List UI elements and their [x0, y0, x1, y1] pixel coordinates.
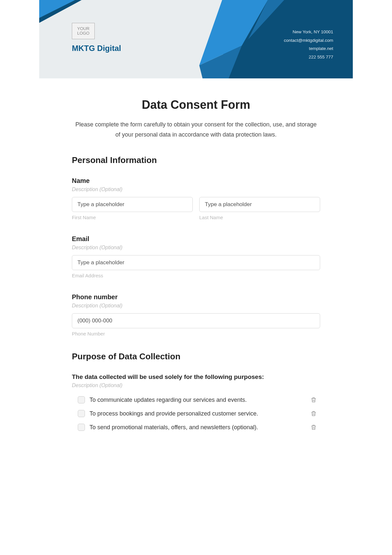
email-desc: Description (Optional): [72, 245, 320, 251]
purpose-checkbox-2[interactable]: [78, 424, 85, 431]
letterhead-header: YOUR LOGO MKTG Digital New York, NY 1000…: [39, 0, 353, 78]
phone-label: Phone number: [72, 293, 320, 301]
form-content: Data Consent Form Please complete the fo…: [39, 78, 353, 434]
logo-placeholder-text: YOUR LOGO: [72, 26, 94, 36]
form-page: YOUR LOGO MKTG Digital New York, NY 1000…: [39, 0, 353, 434]
contact-site: template.net: [284, 44, 333, 53]
trash-icon[interactable]: [310, 410, 317, 417]
name-desc: Description (Optional): [72, 187, 320, 192]
email-input[interactable]: [72, 255, 320, 270]
field-name: Name Description (Optional) First Name L…: [72, 177, 320, 220]
form-intro: Please complete the form carefully to ob…: [72, 120, 320, 139]
contact-address: New York, NY 10001: [284, 28, 333, 36]
field-email: Email Description (Optional) Email Addre…: [72, 235, 320, 278]
contact-info: New York, NY 10001 contact@mktgdigital.c…: [284, 28, 333, 61]
purpose-label-2: To send promotional materials, offers, a…: [90, 424, 306, 431]
first-name-input[interactable]: [72, 197, 193, 212]
svg-marker-1: [39, 0, 75, 18]
logo-block: YOUR LOGO MKTG Digital: [72, 23, 121, 53]
phone-input[interactable]: [72, 313, 320, 328]
name-label: Name: [72, 177, 320, 185]
email-sublabel: Email Address: [72, 273, 320, 278]
purpose-item-2: To send promotional materials, offers, a…: [78, 420, 320, 434]
section-personal-heading: Personal Information: [72, 155, 320, 165]
purpose-item-0: To communicate updates regarding our ser…: [78, 393, 320, 407]
section-purpose-heading: Purpose of Data Collection: [72, 351, 320, 362]
trash-icon[interactable]: [310, 424, 317, 431]
first-name-sublabel: First Name: [72, 215, 193, 220]
field-phone: Phone number Description (Optional) Phon…: [72, 293, 320, 336]
brand-name: MKTG Digital: [72, 44, 121, 53]
contact-phone: 222 555 777: [284, 53, 333, 61]
contact-email: contact@mktgdigital.com: [284, 36, 333, 45]
field-purpose: The data collected will be used solely f…: [72, 373, 320, 434]
phone-desc: Description (Optional): [72, 303, 320, 309]
purpose-checkbox-1[interactable]: [78, 410, 85, 417]
purpose-desc: Description (Optional): [72, 383, 320, 388]
email-label: Email: [72, 235, 320, 243]
purpose-checkbox-0[interactable]: [78, 396, 85, 403]
trash-icon[interactable]: [310, 396, 317, 403]
purpose-label-1: To process bookings and provide personal…: [90, 410, 306, 417]
last-name-input[interactable]: [199, 197, 320, 212]
purpose-intro: The data collected will be used solely f…: [72, 373, 320, 381]
form-title: Data Consent Form: [72, 98, 320, 112]
purpose-label-0: To communicate updates regarding our ser…: [90, 397, 306, 403]
last-name-sublabel: Last Name: [199, 215, 320, 220]
purpose-item-1: To process bookings and provide personal…: [78, 407, 320, 420]
logo-placeholder: YOUR LOGO: [72, 23, 95, 39]
phone-sublabel: Phone Number: [72, 331, 320, 336]
